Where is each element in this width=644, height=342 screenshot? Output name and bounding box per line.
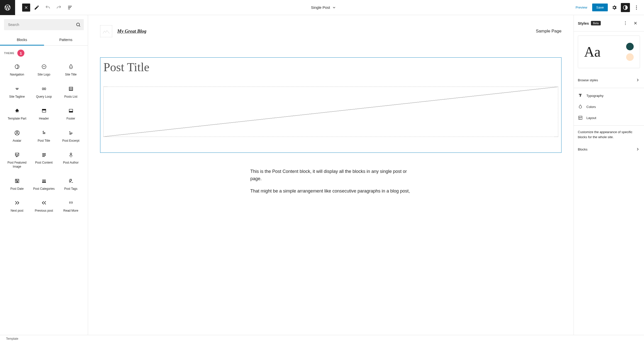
color-dot-secondary: [626, 53, 634, 61]
block-item-navigation[interactable]: Navigation: [4, 60, 30, 81]
block-item-post-title[interactable]: PPost Title: [31, 126, 57, 147]
block-label: Previous post: [35, 209, 53, 213]
block-item-previous-post[interactable]: Previous post: [31, 196, 57, 217]
post-date-icon: 2: [14, 178, 20, 184]
editor-topbar: Single Post Preview Save: [0, 0, 644, 15]
topbar-left: [0, 0, 74, 15]
settings-button[interactable]: [610, 3, 619, 12]
layout-icon: [578, 115, 583, 120]
post-title[interactable]: Post Title: [103, 60, 558, 74]
block-item-footer[interactable]: Footer: [58, 104, 84, 125]
close-styles-button[interactable]: [631, 19, 640, 28]
block-label: Site Tagline: [9, 95, 25, 99]
block-label: Post Excerpt: [62, 139, 79, 143]
tab-blocks[interactable]: Blocks: [0, 34, 44, 45]
colors-button[interactable]: Colors: [574, 101, 644, 112]
topbar-right: Preview Save: [573, 3, 644, 12]
block-item-posts-list[interactable]: Posts List: [58, 82, 84, 103]
post-featured-image-icon: [14, 152, 20, 158]
svg-point-4: [15, 65, 19, 69]
block-item-next-post[interactable]: Next post: [4, 196, 30, 217]
save-button[interactable]: Save: [592, 4, 608, 11]
block-label: Post Tags: [64, 187, 77, 191]
block-item-query-loop[interactable]: Query Loop: [31, 82, 57, 103]
svg-point-21: [45, 182, 46, 182]
avatar-icon: [14, 130, 20, 136]
search-icon: [76, 22, 81, 27]
navigation-icon: [14, 64, 20, 70]
tab-patterns[interactable]: Patterns: [44, 34, 88, 45]
svg-point-24: [625, 24, 626, 25]
section-header-theme: THEME 1: [4, 50, 84, 57]
template-selector[interactable]: Single Post: [74, 5, 573, 10]
block-item-template-part[interactable]: Template Part: [4, 104, 30, 125]
block-item-read-more[interactable]: Read More: [58, 196, 84, 217]
browse-styles-button[interactable]: Browse styles: [574, 74, 644, 86]
nav-link-sample[interactable]: Sample Page: [536, 29, 561, 34]
block-item-post-excerpt[interactable]: Post Excerpt: [58, 126, 84, 147]
post-content-block[interactable]: This is the Post Content block, it will …: [250, 168, 411, 195]
svg-point-20: [44, 182, 44, 182]
query-loop-icon: [41, 86, 47, 92]
undo-button[interactable]: [43, 3, 52, 12]
styles-button[interactable]: [621, 3, 630, 12]
post-categories-icon: [41, 178, 47, 184]
posts-list-icon: [68, 86, 74, 92]
close-inserter-button[interactable]: [22, 4, 30, 12]
post-content-icon: [41, 152, 47, 158]
style-preview-card[interactable]: Aa: [578, 35, 640, 68]
annotation-badge: 1: [17, 50, 24, 57]
block-item-post-featured-image[interactable]: Post Featured Image: [4, 148, 30, 173]
block-label: Template Part: [8, 117, 26, 121]
block-item-site-logo[interactable]: Site Logo: [31, 60, 57, 81]
site-tagline-icon: [14, 86, 20, 92]
block-item-post-tags[interactable]: Post Tags: [58, 174, 84, 195]
more-options-button[interactable]: [632, 3, 641, 12]
edit-button[interactable]: [32, 3, 41, 12]
post-block-selected[interactable]: Post Title: [100, 57, 561, 153]
block-label: Site Logo: [37, 73, 50, 77]
editor-footer-breadcrumb[interactable]: Template: [0, 335, 644, 342]
inserter-tabs: Blocks Patterns: [0, 34, 88, 46]
block-item-post-date[interactable]: 2Post Date: [4, 174, 30, 195]
preview-button[interactable]: Preview: [573, 4, 590, 11]
redo-button[interactable]: [54, 3, 63, 12]
styles-more-button[interactable]: [621, 19, 630, 28]
section-title: THEME: [4, 52, 14, 55]
svg-point-22: [625, 21, 626, 22]
site-title[interactable]: My Great Blog: [117, 28, 146, 34]
block-label: Header: [39, 117, 49, 121]
block-item-site-tagline[interactable]: Site Tagline: [4, 82, 30, 103]
list-view-button[interactable]: [65, 3, 74, 12]
block-item-site-title[interactable]: Site Title: [58, 60, 84, 81]
styles-panel: Styles Beta Aa: [574, 15, 644, 335]
color-preview: [626, 43, 634, 61]
svg-point-0: [636, 5, 637, 6]
colors-label: Colors: [586, 105, 596, 109]
site-logo-icon: [41, 64, 47, 70]
header-icon: [41, 108, 47, 114]
site-logo-placeholder[interactable]: [100, 25, 112, 37]
styles-title: Styles: [578, 21, 589, 25]
block-label: Avatar: [13, 139, 21, 143]
block-item-avatar[interactable]: Avatar: [4, 126, 30, 147]
wordpress-logo[interactable]: [0, 0, 15, 15]
search-input[interactable]: [4, 19, 84, 30]
block-item-post-categories[interactable]: Post Categories: [31, 174, 57, 195]
editor-canvas[interactable]: My Great Blog Sample Page Post Title Thi…: [88, 15, 574, 335]
layout-label: Layout: [586, 116, 596, 120]
site-header: My Great Blog Sample Page: [100, 25, 561, 37]
blocks-styles-button[interactable]: Blocks: [574, 143, 644, 155]
block-grid: NavigationSite LogoSite TitleSite Taglin…: [4, 60, 84, 217]
block-label: Post Title: [38, 139, 50, 143]
block-item-header[interactable]: Header: [31, 104, 57, 125]
block-item-post-author[interactable]: Post Author: [58, 148, 84, 173]
block-item-post-content[interactable]: Post Content: [31, 148, 57, 173]
layout-button[interactable]: Layout: [574, 112, 644, 123]
content-paragraph: This is the Post Content block, it will …: [250, 168, 411, 182]
site-title-icon: [68, 64, 74, 70]
browse-styles-label: Browse styles: [578, 78, 598, 82]
featured-image-placeholder[interactable]: [103, 87, 558, 137]
typography-button[interactable]: Typography: [574, 90, 644, 101]
svg-point-19: [42, 182, 43, 182]
